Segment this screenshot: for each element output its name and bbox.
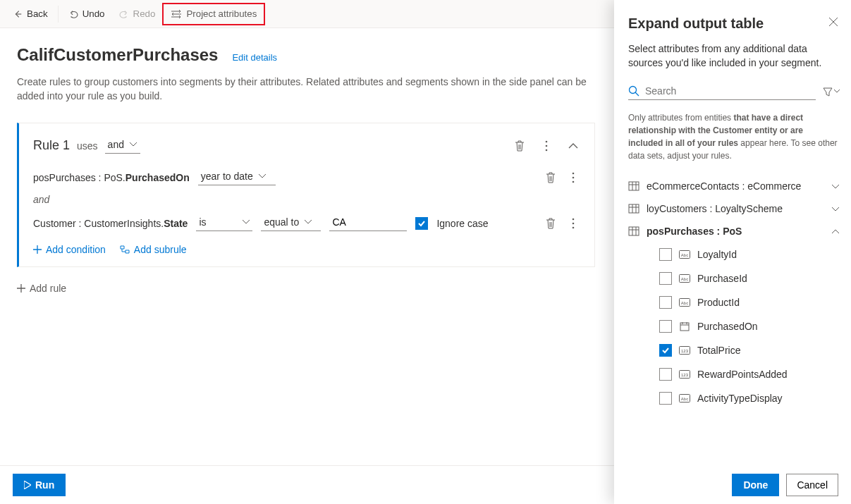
done-button[interactable]: Done [732,474,779,496]
attribute-checkbox[interactable] [659,392,672,405]
add-subrule-button[interactable]: Add subrule [120,244,187,255]
expand-output-panel: Expand output table Select attributes fr… [614,0,851,504]
svg-point-5 [573,180,575,183]
attribute-checkbox[interactable] [659,320,672,333]
condition1-op-value: year to date [201,171,253,182]
run-label: Run [35,479,54,491]
delete-rule-button[interactable] [513,139,527,153]
back-button[interactable]: Back [6,3,55,25]
project-attributes-button[interactable]: Project attributes [164,3,264,25]
svg-rect-12 [629,227,639,235]
attribute-checkbox[interactable] [659,344,672,357]
chevron-down-icon [259,174,266,178]
attribute-row[interactable]: AbcPurchaseId [628,266,840,290]
attribute-label: PurchasedOn [697,321,758,332]
condition1-more-button[interactable] [566,171,580,185]
svg-rect-10 [629,182,639,190]
entity-row[interactable]: eCommerceContacts : eCommerce [628,175,840,197]
delete-condition1-button[interactable] [544,171,558,185]
search-input[interactable] [645,85,816,97]
attribute-checkbox[interactable] [659,248,672,261]
attribute-type-icon: Abc [679,274,690,283]
svg-point-0 [546,140,548,142]
add-subrule-label: Add subrule [134,244,187,255]
rule-header-actions [513,139,580,153]
undo-label: Undo [82,8,105,19]
title-row: CalifCustomerPurchases Edit details [17,45,595,65]
attribute-checkbox[interactable] [659,368,672,381]
attribute-checkbox[interactable] [659,296,672,309]
panel-description: Select attributes from any additional da… [628,42,840,70]
delete-condition2-button[interactable] [544,216,558,231]
attribute-type-icon: 123 [679,370,690,379]
redo-icon [119,9,129,19]
condition2-op2-dropdown[interactable]: equal to [261,215,321,231]
entity-row[interactable]: posPurchases : PoS [628,220,840,242]
attribute-row[interactable]: AbcProductId [628,290,840,314]
condition2-value-input[interactable] [329,215,407,231]
search-box [628,82,816,100]
search-icon [628,85,639,97]
condition1-op-dropdown[interactable]: year to date [198,169,276,185]
panel-cancel-button[interactable]: Cancel [786,474,838,496]
rule-logic-dropdown[interactable]: and [105,137,140,154]
back-label: Back [27,8,48,19]
main-content: CalifCustomerPurchases Edit details Crea… [0,28,612,301]
svg-point-1 [546,145,548,147]
plus-icon [33,245,42,254]
svg-text:Abc: Abc [681,253,688,257]
entity-label: eCommerceContacts : eCommerce [647,180,801,192]
chevron-down-icon [831,184,840,189]
chevron-down-icon [834,90,840,93]
ignore-case-label: Ignore case [436,218,488,229]
rule-add-row: Add condition Add subrule [33,244,580,255]
rule-header: Rule 1 uses and [33,137,580,154]
edit-details-link[interactable]: Edit details [232,52,277,63]
chevron-down-icon [130,142,137,147]
condition2-op1-value: is [199,216,206,228]
attribute-label: ProductId [697,297,740,308]
attribute-row[interactable]: PurchasedOn [628,314,840,338]
rule-name: Rule 1 [33,138,70,153]
ignore-case-checkbox[interactable] [415,217,428,230]
attribute-row[interactable]: 123RewardPointsAdded [628,362,840,386]
table-icon [628,204,639,214]
attribute-row[interactable]: 123TotalPrice [628,338,840,362]
add-rule-row: Add rule [17,276,595,301]
attribute-type-icon: 123 [679,346,690,355]
svg-point-7 [573,222,575,224]
attribute-type-icon [679,321,690,331]
rule-more-button[interactable] [539,139,553,153]
add-rule-button[interactable]: Add rule [17,283,595,294]
attribute-label: RewardPointsAdded [697,369,788,380]
project-attributes-icon [171,9,182,19]
plus-icon [17,284,25,293]
attribute-checkbox[interactable] [659,272,672,285]
attribute-row[interactable]: AbcActivityTypeDisplay [628,386,840,410]
separator [58,6,59,23]
filter-button[interactable] [823,87,840,97]
chevron-up-icon [831,229,840,234]
undo-button[interactable]: Undo [61,3,112,25]
redo-button[interactable]: Redo [112,3,163,25]
svg-rect-19 [680,323,689,331]
svg-point-3 [573,172,575,174]
panel-close-button[interactable] [828,17,838,27]
condition2-more-button[interactable] [566,216,580,231]
page-title: CalifCustomerPurchases [17,45,218,65]
run-button[interactable]: Run [13,474,66,496]
entity-row[interactable]: loyCustomers : LoyaltyScheme [628,197,840,220]
collapse-rule-button[interactable] [566,139,580,153]
attribute-label: ActivityTypeDisplay [697,393,783,404]
attribute-type-icon: Abc [679,298,690,307]
condition2-op1-dropdown[interactable]: is [196,215,252,231]
and-conjunction: and [33,194,580,205]
add-condition-label: Add condition [46,244,106,255]
attribute-label: PurchaseId [697,273,747,284]
attribute-row[interactable]: AbcLoyaltyId [628,242,840,266]
add-condition-button[interactable]: Add condition [33,244,106,255]
attribute-label: LoyaltyId [697,249,737,260]
svg-text:123: 123 [681,349,689,353]
attribute-type-icon: Abc [679,250,690,259]
chevron-down-icon [305,220,312,224]
